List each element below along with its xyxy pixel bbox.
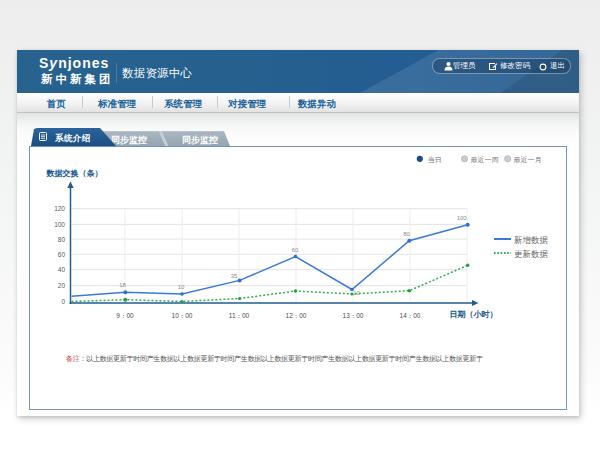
svg-text:最近一周: 最近一周 <box>471 156 499 163</box>
svg-text:日期（小时）: 日期（小时） <box>450 310 498 319</box>
svg-text:最近一月: 最近一月 <box>514 156 542 164</box>
svg-text:100: 100 <box>457 215 468 221</box>
svg-text:10: 10 <box>178 284 185 290</box>
svg-text:数据交换（条）: 数据交换（条） <box>46 169 103 178</box>
svg-text:更新数据: 更新数据 <box>514 249 549 259</box>
svg-text:11：00: 11：00 <box>229 312 250 319</box>
svg-text:35: 35 <box>231 273 238 279</box>
svg-text:0: 0 <box>61 298 65 305</box>
svg-text:20: 20 <box>58 282 66 289</box>
svg-text:120: 120 <box>54 205 65 212</box>
svg-text:100: 100 <box>54 221 65 228</box>
svg-text:60: 60 <box>292 247 299 253</box>
svg-text:40: 40 <box>58 266 66 273</box>
svg-text:当日: 当日 <box>428 156 442 164</box>
svg-text:60: 60 <box>58 251 66 258</box>
svg-text:80: 80 <box>403 231 410 237</box>
svg-text:新增数据: 新增数据 <box>514 235 549 245</box>
svg-text:14：00: 14：00 <box>400 312 421 319</box>
svg-text:10：00: 10：00 <box>172 312 193 319</box>
svg-text:12：00: 12：00 <box>286 312 307 319</box>
svg-text:80: 80 <box>58 236 66 243</box>
svg-text:10: 10 <box>353 290 360 296</box>
svg-text:18: 18 <box>119 282 126 288</box>
svg-text:9：00: 9：00 <box>116 312 134 319</box>
svg-text:13：00: 13：00 <box>343 312 364 319</box>
